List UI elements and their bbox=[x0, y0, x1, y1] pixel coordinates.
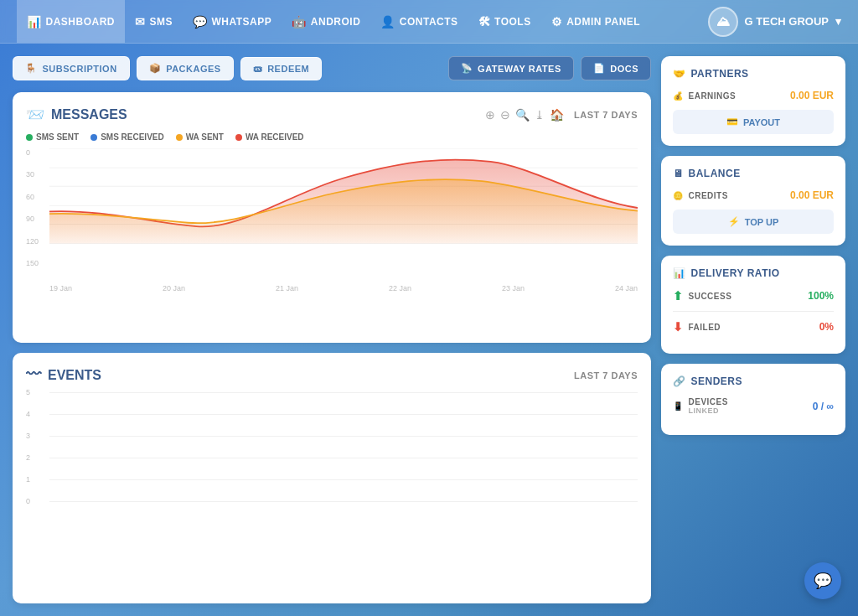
download-icon[interactable]: ⤓ bbox=[535, 108, 545, 122]
messages-legend: SMS SENT SMS RECEIVED WA SENT WA RECEIVE… bbox=[26, 132, 638, 142]
nav-whatsapp[interactable]: 💬 WHATSAPP bbox=[183, 0, 282, 43]
zoom-in-icon[interactable]: ⊕ bbox=[485, 108, 495, 122]
whatsapp-icon: 💬 bbox=[193, 15, 208, 28]
legend-sms-received: SMS RECEIVED bbox=[90, 132, 164, 142]
docs-icon: 📄 bbox=[593, 63, 606, 74]
android-icon: 🤖 bbox=[292, 15, 307, 28]
events-title: 〰 EVENTS bbox=[26, 366, 101, 384]
earnings-value: 0.00 EUR bbox=[790, 90, 834, 101]
delivery-card: 📊 DELIVERY RATIO ⬆ SUCCESS 100% ⬇ FAILED… bbox=[661, 256, 845, 354]
top-navigation: 📊 DASHBOARD ✉ SMS 💬 WHATSAPP 🤖 ANDROID 👤… bbox=[0, 0, 858, 44]
sms-icon: ✉ bbox=[135, 15, 146, 28]
nav-tools[interactable]: 🛠 TOOLS bbox=[468, 0, 541, 43]
credits-value: 0.00 EUR bbox=[790, 189, 834, 201]
redeem-button[interactable]: 🎟 REDEEM bbox=[240, 57, 323, 80]
messages-x-labels: 19 Jan 20 Jan 21 Jan 22 Jan 23 Jan 24 Ja… bbox=[26, 284, 638, 292]
senders-card: 🔗 SENDERS 📱 DEVICES LINKED 0 / ∞ bbox=[661, 364, 845, 435]
home-icon[interactable]: 🏠 bbox=[550, 108, 564, 122]
messages-card: 📨 MESSAGES ⊕ ⊖ 🔍 ⤓ 🏠 LAST 7 DAYS bbox=[13, 92, 651, 343]
brand-avatar: ⛰ bbox=[708, 7, 738, 37]
tools-icon: 🛠 bbox=[478, 15, 491, 28]
events-card-header: 〰 EVENTS LAST 7 DAYS bbox=[26, 366, 638, 384]
nav-sms[interactable]: ✉ SMS bbox=[125, 0, 183, 43]
messages-card-header: 📨 MESSAGES ⊕ ⊖ 🔍 ⤓ 🏠 LAST 7 DAYS bbox=[26, 106, 638, 124]
success-value: 100% bbox=[808, 290, 834, 302]
devices-row: 📱 DEVICES LINKED 0 / ∞ bbox=[673, 397, 834, 415]
floating-action-button[interactable]: 💬 bbox=[804, 562, 841, 599]
topup-button[interactable]: ⚡ TOP UP bbox=[673, 210, 834, 234]
grid-line bbox=[49, 414, 638, 415]
right-actions: 📡 GATEWAY RATES 📄 DOCS bbox=[448, 56, 651, 80]
grid-line bbox=[49, 501, 638, 502]
sms-received-dot bbox=[90, 134, 97, 141]
gateway-rates-button[interactable]: 📡 GATEWAY RATES bbox=[448, 56, 574, 80]
divider bbox=[673, 311, 834, 312]
messages-icon: 📨 bbox=[26, 106, 44, 124]
nav-admin[interactable]: ⚙ ADMIN PANEL bbox=[541, 0, 650, 43]
partners-title: 🤝 PARTNERS bbox=[673, 68, 834, 80]
success-row: ⬆ SUCCESS 100% bbox=[673, 289, 834, 303]
balance-icon: 🖥 bbox=[673, 168, 684, 179]
events-icon: 〰 bbox=[26, 366, 41, 384]
legend-wa-received: WA RECEIVED bbox=[235, 132, 304, 142]
legend-wa-sent: WA SENT bbox=[176, 132, 224, 142]
payout-icon: 💳 bbox=[726, 116, 738, 127]
dashboard-icon: 📊 bbox=[27, 15, 42, 28]
chevron-down-icon: ▾ bbox=[835, 15, 841, 28]
zoom-out-icon[interactable]: ⊖ bbox=[500, 108, 510, 122]
chart-controls: ⊕ ⊖ 🔍 ⤓ 🏠 bbox=[485, 108, 564, 122]
packages-button[interactable]: 📦 PACKAGES bbox=[137, 56, 234, 80]
earnings-icon: 💰 bbox=[673, 91, 684, 101]
events-card: 〰 EVENTS LAST 7 DAYS 5 4 3 2 1 0 bbox=[13, 353, 651, 603]
messages-title: 📨 MESSAGES bbox=[26, 106, 127, 124]
credits-label: 🪙 CREDITS bbox=[673, 191, 728, 200]
payout-button[interactable]: 💳 PAYOUT bbox=[673, 110, 834, 134]
devices-icon: 📱 bbox=[673, 401, 684, 411]
left-column: 🪑 SUBSCRIPTION 📦 PACKAGES 🎟 REDEEM 📡 GAT… bbox=[13, 56, 651, 603]
nav-android[interactable]: 🤖 ANDROID bbox=[282, 0, 370, 43]
events-period: LAST 7 DAYS bbox=[574, 370, 638, 380]
events-chart: 5 4 3 2 1 0 bbox=[26, 392, 638, 501]
contacts-icon: 👤 bbox=[380, 15, 395, 28]
grid-line bbox=[49, 392, 638, 393]
chat-icon: 💬 bbox=[814, 572, 832, 590]
balance-card: 🖥 BALANCE 🪙 CREDITS 0.00 EUR ⚡ TOP UP bbox=[661, 156, 845, 246]
topup-icon: ⚡ bbox=[728, 216, 740, 227]
success-label: ⬆ SUCCESS bbox=[673, 289, 731, 303]
senders-icon: 🔗 bbox=[673, 375, 686, 387]
failed-row: ⬇ FAILED 0% bbox=[673, 320, 834, 334]
subscription-icon: 🪑 bbox=[25, 63, 38, 74]
sms-sent-dot bbox=[26, 134, 33, 141]
main-content: 🪑 SUBSCRIPTION 📦 PACKAGES 🎟 REDEEM 📡 GAT… bbox=[0, 44, 858, 616]
messages-y-labels: 150 120 90 60 30 0 bbox=[26, 148, 49, 282]
credits-row: 🪙 CREDITS 0.00 EUR bbox=[673, 189, 834, 201]
packages-icon: 📦 bbox=[149, 63, 162, 74]
earnings-row: 💰 EARNINGS 0.00 EUR bbox=[673, 90, 834, 101]
wa-sent-dot bbox=[176, 134, 183, 141]
messages-svg bbox=[49, 148, 638, 267]
credits-icon: 🪙 bbox=[673, 191, 684, 200]
nav-dashboard[interactable]: 📊 DASHBOARD bbox=[17, 0, 125, 43]
partners-icon: 🤝 bbox=[673, 68, 686, 80]
success-icon: ⬆ bbox=[673, 289, 684, 303]
delivery-title: 📊 DELIVERY RATIO bbox=[673, 267, 834, 279]
devices-label: 📱 DEVICES LINKED bbox=[673, 397, 728, 415]
action-bar: 🪑 SUBSCRIPTION 📦 PACKAGES 🎟 REDEEM 📡 GAT… bbox=[13, 56, 651, 80]
grid-line bbox=[49, 479, 638, 480]
devices-value: 0 / ∞ bbox=[813, 401, 834, 412]
earnings-label: 💰 EARNINGS bbox=[673, 91, 736, 101]
messages-chart: 150 120 90 60 30 0 bbox=[26, 148, 638, 282]
senders-title: 🔗 SENDERS bbox=[673, 375, 834, 387]
search-icon[interactable]: 🔍 bbox=[515, 108, 530, 122]
balance-title: 🖥 BALANCE bbox=[673, 168, 834, 179]
failed-value: 0% bbox=[819, 321, 834, 333]
nav-contacts[interactable]: 👤 CONTACTS bbox=[370, 0, 468, 43]
failed-label: ⬇ FAILED bbox=[673, 320, 721, 334]
brand-logo[interactable]: ⛰ G TECH GROUP ▾ bbox=[708, 7, 841, 37]
delivery-icon: 📊 bbox=[673, 267, 686, 279]
partners-card: 🤝 PARTNERS 💰 EARNINGS 0.00 EUR 💳 PAYOUT bbox=[661, 56, 845, 146]
admin-icon: ⚙ bbox=[551, 15, 563, 28]
gateway-icon: 📡 bbox=[461, 63, 473, 74]
docs-button[interactable]: 📄 DOCS bbox=[581, 56, 651, 80]
subscription-button[interactable]: 🪑 SUBSCRIPTION bbox=[13, 56, 130, 80]
